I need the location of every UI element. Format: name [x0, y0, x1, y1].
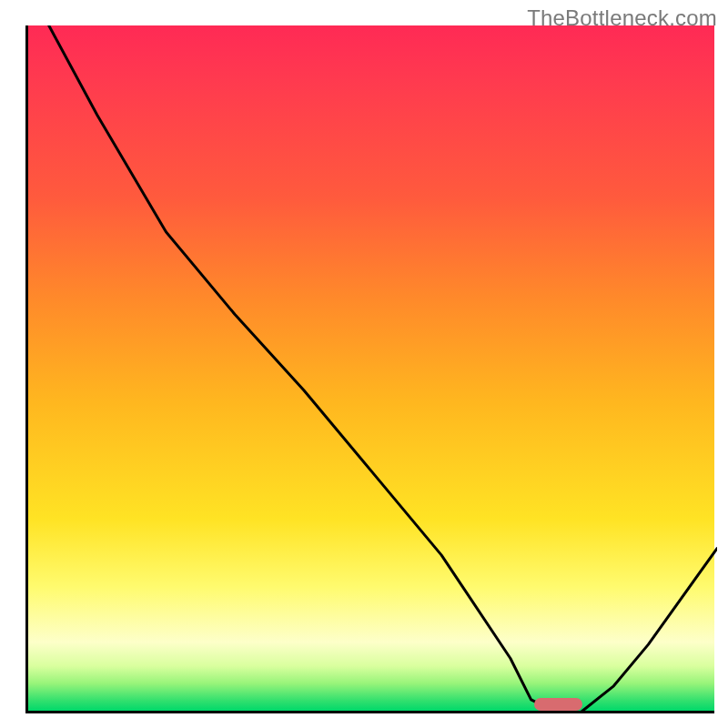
optimal-marker	[534, 698, 582, 711]
plot-area	[25, 25, 714, 713]
chart-canvas: TheBottleneck.com	[0, 0, 728, 728]
bottleneck-curve	[28, 25, 717, 713]
